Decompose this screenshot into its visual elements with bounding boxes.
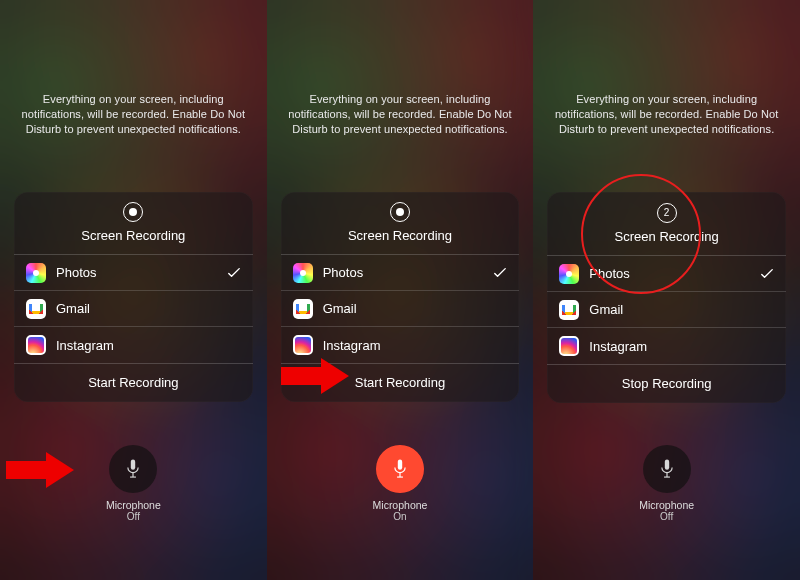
microphone-label: Microphone: [267, 499, 534, 511]
microphone-icon: [658, 458, 676, 480]
app-row-photos[interactable]: Photos: [14, 255, 253, 291]
check-icon: [760, 267, 774, 281]
microphone-state: Off: [533, 511, 800, 522]
recording-disclaimer: Everything on your screen, including not…: [285, 92, 516, 137]
photos-icon: [26, 263, 46, 283]
card-title: Screen Recording: [348, 228, 452, 243]
check-icon: [493, 266, 507, 280]
record-icon: [390, 202, 410, 222]
photos-icon: [559, 264, 579, 284]
screenshot-step-2: Everything on your screen, including not…: [267, 0, 534, 580]
microphone-section: Microphone Off: [0, 445, 267, 522]
instagram-icon: [293, 335, 313, 355]
app-target-list: Photos Gmail Instagram: [14, 254, 253, 363]
countdown-value: 2: [664, 208, 670, 218]
microphone-label: Microphone: [533, 499, 800, 511]
microphone-button[interactable]: [109, 445, 157, 493]
app-row-photos[interactable]: Photos: [281, 255, 520, 291]
app-row-gmail[interactable]: Gmail: [281, 291, 520, 327]
svg-rect-3: [398, 459, 402, 469]
screen-recording-header: 2 Screen Recording: [547, 192, 786, 255]
screenshot-step-1: Everything on your screen, including not…: [0, 0, 267, 580]
start-recording-button[interactable]: Start Recording: [281, 363, 520, 402]
app-label: Instagram: [589, 339, 647, 354]
gmail-icon: [26, 299, 46, 319]
gmail-icon: [559, 300, 579, 320]
microphone-icon: [124, 458, 142, 480]
app-target-list: Photos Gmail Instagram: [547, 255, 786, 364]
screen-recording-card: Screen Recording Photos Gmail Instagram …: [14, 192, 253, 402]
svg-rect-0: [131, 459, 135, 469]
app-label: Gmail: [589, 302, 623, 317]
microphone-icon: [391, 458, 409, 480]
microphone-state: Off: [0, 511, 267, 522]
microphone-section: Microphone Off: [533, 445, 800, 522]
app-row-instagram[interactable]: Instagram: [281, 327, 520, 363]
microphone-button[interactable]: [376, 445, 424, 493]
app-label: Instagram: [56, 338, 114, 353]
recording-disclaimer: Everything on your screen, including not…: [18, 92, 249, 137]
app-row-photos[interactable]: Photos: [547, 256, 786, 292]
app-target-list: Photos Gmail Instagram: [281, 254, 520, 363]
screen-recording-header: Screen Recording: [281, 192, 520, 254]
stop-recording-button[interactable]: Stop Recording: [547, 364, 786, 403]
recording-disclaimer: Everything on your screen, including not…: [551, 92, 782, 137]
app-label: Gmail: [323, 301, 357, 316]
countdown-icon: 2: [657, 203, 677, 223]
record-icon: [123, 202, 143, 222]
app-row-instagram[interactable]: Instagram: [547, 328, 786, 364]
instagram-icon: [26, 335, 46, 355]
start-recording-button[interactable]: Start Recording: [14, 363, 253, 402]
microphone-label: Microphone: [0, 499, 267, 511]
app-row-gmail[interactable]: Gmail: [14, 291, 253, 327]
app-label: Photos: [323, 265, 363, 280]
app-row-instagram[interactable]: Instagram: [14, 327, 253, 363]
app-row-gmail[interactable]: Gmail: [547, 292, 786, 328]
instagram-icon: [559, 336, 579, 356]
photos-icon: [293, 263, 313, 283]
screen-recording-header: Screen Recording: [14, 192, 253, 254]
microphone-button[interactable]: [643, 445, 691, 493]
microphone-section: Microphone On: [267, 445, 534, 522]
app-label: Instagram: [323, 338, 381, 353]
svg-rect-6: [664, 459, 668, 469]
screen-recording-card: 2 Screen Recording Photos Gmail Instagra…: [547, 192, 786, 403]
gmail-icon: [293, 299, 313, 319]
card-title: Screen Recording: [81, 228, 185, 243]
screenshot-step-3: Everything on your screen, including not…: [533, 0, 800, 580]
app-label: Gmail: [56, 301, 90, 316]
screen-recording-card: Screen Recording Photos Gmail Instagram …: [281, 192, 520, 402]
microphone-state: On: [267, 511, 534, 522]
check-icon: [227, 266, 241, 280]
app-label: Photos: [56, 265, 96, 280]
card-title: Screen Recording: [615, 229, 719, 244]
app-label: Photos: [589, 266, 629, 281]
